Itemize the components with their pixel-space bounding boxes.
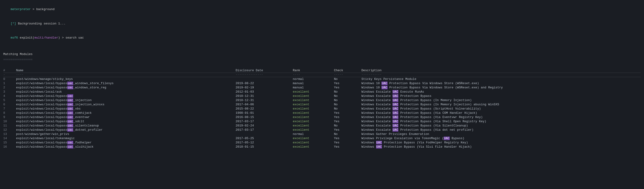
table-row: 1exploit/windows/local/bypassuac_windows… [3,81,641,86]
cell-num: 14 [3,136,16,141]
cell-date: 2017-03-17 [236,119,293,124]
cell-date: 2015-08-22 [236,107,293,111]
cell-date: 2019-02-24 [236,124,293,128]
table-row: 13post/windows/gather/win_privsnormalNoW… [3,132,641,136]
cell-name: exploit/windows/local/bypassuac_comhijac… [16,111,236,115]
info-bracket-1: [*] [10,22,16,25]
cell-num: 9 [3,115,16,119]
cell-num: 15 [3,141,16,145]
cell-num: 6 [3,102,16,107]
cell-num: 5 [3,98,16,102]
cell-desc: Windows Escalate UAC Protection Bypass (… [361,98,641,102]
underline-desc: ----------- [361,73,641,77]
prompt-meterpreter: meterpreter [10,8,31,11]
cell-check: No [334,107,361,111]
cell-name: exploit/windows/local/bypassuac_injectio… [16,98,236,102]
cell-rank: excellent [293,111,334,115]
prompt-line-2: msf6 exploit(multi/handler) > search uac [3,31,641,45]
table-row: 15exploit/windows/local/bypassuac_fodhel… [3,141,641,145]
cell-date: 2017-04-06 [236,102,293,107]
cell-rank: excellent [293,136,334,141]
cell-desc: Windows Escalate UAC Execute RunAs [361,90,641,94]
cell-desc: Windows Privilege Escalation via TokenMa… [361,136,641,141]
cell-date: 2019-08-22 [236,81,293,86]
underline-rank: ---- [293,73,334,77]
cell-date [236,77,293,81]
cell-check: Yes [334,111,361,115]
cell-name: post/windows/manage/sticky_keys [16,77,236,81]
cell-rank: manual [293,86,334,90]
empty-line-2 [3,62,641,67]
cell-check: Yes [334,136,361,141]
prompt-msf6: msf6 [10,36,18,40]
underline-date: --------------- [236,73,293,77]
cell-desc: Windows 10 UAC Protection Bypass Via Win… [361,81,641,86]
cell-rank: excellent [293,124,334,128]
prompt-line-1: meterpreter > background [3,2,641,17]
cell-desc: Windows Escalate UAC Protection Bypass [361,94,641,98]
prompt-handler-path: multi/handler [34,36,58,40]
table-header-row: # Name Disclosure Date Rank Check Descri… [3,68,641,73]
cell-name: exploit/windows/local/bypassuac_windows_… [16,86,236,90]
table-row: 5exploit/windows/local/bypassuac_injecti… [3,98,641,102]
cell-rank: excellent [293,98,334,102]
cell-check: Yes [334,119,361,124]
cell-date: 2017-05-25 [236,136,293,141]
cell-desc: Windows Escalate UAC Protection Bypass (… [361,124,641,128]
table-row: 4exploit/windows/local/bypassuac2010-12-… [3,94,641,98]
cell-desc: Windows Escalate UAC Protection Bypass (… [361,115,641,119]
col-header-check: Check [334,68,361,73]
cell-date: 2010-12-31 [236,98,293,102]
cell-check: No [334,98,361,102]
cell-num: 2 [3,86,16,90]
cell-desc: Windows Escalate UAC Protection Bypass (… [361,107,641,111]
cell-rank: excellent [293,107,334,111]
cell-check: Yes [334,115,361,119]
cell-desc: Windows UAC Protection Bypass (Via Slui … [361,145,641,149]
cell-name: exploit/windows/local/bypassuac_sdclt [16,119,236,124]
cell-num: 13 [3,132,16,136]
underline-check: ----- [334,73,361,77]
cell-num: 0 [3,77,16,81]
col-header-name: Name [16,68,236,73]
cell-rank: normal [293,132,334,136]
empty-line-1 [3,45,641,50]
cell-check: Yes [334,141,361,145]
cell-num: 11 [3,124,16,128]
cell-rank: excellent [293,119,334,124]
cell-name: exploit/windows/local/bypassuac_injectio… [16,102,236,107]
cell-num: 4 [3,94,16,98]
terminal-output: meterpreter > background [*] Backgroundi… [3,2,641,149]
cell-check: Yes [334,145,361,149]
table-row: 12exploit/windows/local/bypassuac_dotnet… [3,128,641,132]
cell-date: 2010-12-31 [236,94,293,98]
cell-num: 16 [3,145,16,149]
cell-check: No [334,132,361,136]
table-row: 8exploit/windows/local/bypassuac_comhija… [3,111,641,115]
cmd-background: background [36,8,54,11]
cell-rank: excellent [293,94,334,98]
table-row: 10exploit/windows/local/bypassuac_sdclt2… [3,119,641,124]
cell-check: No [334,124,361,128]
cell-num: 3 [3,90,16,94]
cell-date [236,132,293,136]
underline-name: ---- [16,73,236,77]
table-row: 0post/windows/manage/sticky_keysnormalNo… [3,77,641,81]
cell-desc: Windows Escalate UAC Protection Bypass (… [361,102,641,107]
table-header-underline: - ---- --------------- ---- ----- ------… [3,73,641,77]
cell-num: 1 [3,81,16,86]
cell-date: 2016-08-15 [236,115,293,119]
table-row: 16exploit/windows/local/bypassuac_sluihi… [3,145,641,149]
cell-desc: Windows 10 UAC Protection Bypass Via Win… [361,86,641,90]
cell-num: 12 [3,128,16,132]
cell-name: exploit/windows/local/ask [16,90,236,94]
table-row: 6exploit/windows/local/bypassuac_injecti… [3,102,641,107]
prompt-close: ) > [58,36,66,40]
col-header-num: # [3,68,16,73]
col-header-desc: Description [361,68,641,73]
modules-table: # Name Disclosure Date Rank Check Descri… [3,68,641,149]
cell-name: exploit/windows/local/bypassuac_eventvwr [16,115,236,119]
cell-desc: Windows Escalate UAC Protection Bypass (… [361,111,641,115]
cell-rank: excellent [293,128,334,132]
cell-name: exploit/windows/local/bypassuac_fodhelpe… [16,141,236,145]
